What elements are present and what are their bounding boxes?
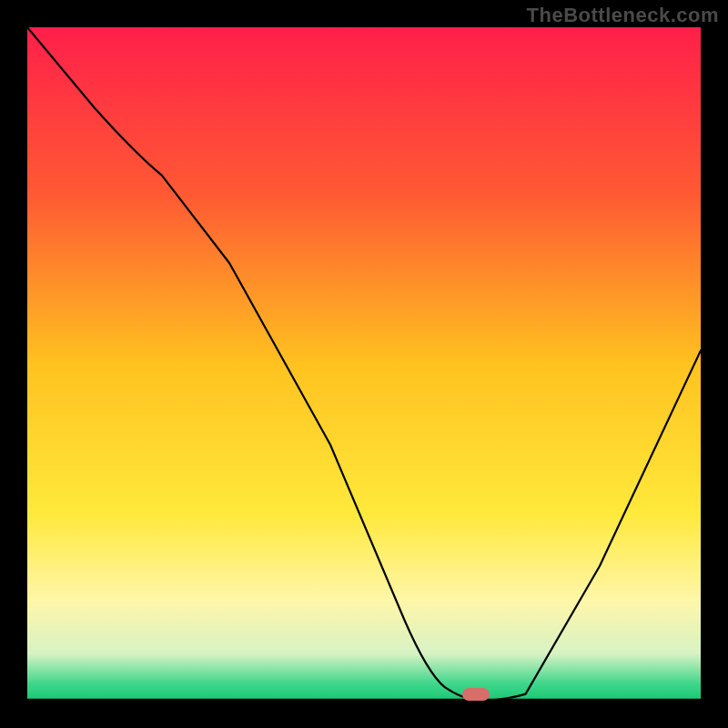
chart-svg — [27, 27, 701, 701]
chart-container: TheBottleneck.com — [0, 0, 728, 728]
gradient-background — [27, 27, 701, 701]
watermark-text: TheBottleneck.com — [527, 4, 719, 27]
plot-area — [27, 27, 701, 701]
optimal-marker — [462, 688, 490, 701]
